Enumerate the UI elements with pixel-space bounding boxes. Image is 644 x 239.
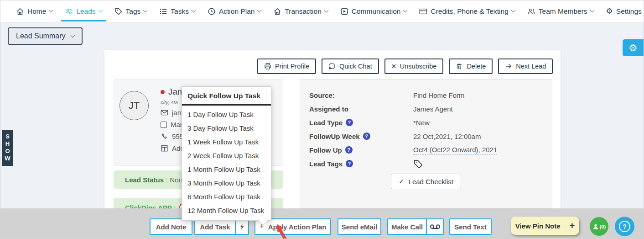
help-icon[interactable]: ?: [346, 119, 353, 126]
detail-value: *New: [413, 119, 430, 127]
nav-item-action-plan[interactable]: Action Plan: [208, 7, 261, 16]
nav-label: Home: [27, 7, 46, 16]
nav-item-home[interactable]: Home: [16, 7, 52, 16]
lead-tag-icon[interactable]: [413, 159, 423, 169]
menu-item-12-month[interactable]: 12 Month Follow Up Task: [182, 204, 271, 218]
detail-value: 22 Oct,2021, 12:00am: [413, 133, 481, 140]
lead-email-row: jam: [161, 109, 185, 117]
make-call-button[interactable]: Make Call: [388, 219, 426, 234]
menu-item-2-week[interactable]: 2 Week Follow Up Task: [182, 149, 271, 163]
add-task-button[interactable]: Add Task: [195, 219, 235, 234]
button-label: Make Call: [391, 223, 423, 231]
help-button[interactable]: ?: [615, 217, 634, 236]
nav-item-communication[interactable]: Communication: [340, 7, 407, 16]
settings-gear-button[interactable]: ⚙: [623, 39, 644, 56]
chevron-down-icon: [143, 8, 148, 13]
arrow-right-icon: [505, 63, 512, 70]
menu-item-1-week[interactable]: 1 Week Follow Up Task: [182, 135, 271, 149]
button-label: View Pin Note: [515, 222, 561, 230]
nav-item-transaction[interactable]: Transaction: [273, 7, 327, 16]
detail-label: Lead Type ?: [309, 119, 413, 127]
home-icon: [16, 7, 24, 16]
detail-row-source: Source: Find Home Form: [309, 88, 543, 102]
voicemail-button[interactable]: [427, 219, 443, 234]
nav-item-settings[interactable]: ⚙ Settings: [606, 7, 644, 16]
next-lead-button[interactable]: Next Lead: [498, 58, 553, 74]
building-icon: [273, 7, 281, 16]
menu-item-1-day[interactable]: 1 Day Follow Up Task: [182, 108, 271, 122]
make-call-button-group: Make Call: [387, 218, 444, 235]
detail-value: Find Home Form: [413, 91, 465, 99]
button-label: Add Task: [200, 223, 230, 231]
voicemail-icon: [430, 224, 441, 230]
tasks-list-icon: [159, 7, 167, 16]
button-label: Send eMail: [342, 223, 377, 231]
show-sidebar-tab[interactable]: S H O W: [2, 130, 13, 166]
menu-item-list: 1 Day Follow Up Task 3 Day Follow Up Tas…: [182, 106, 271, 220]
detail-row-follow-up: Follow Up ? Oct4 (Oct22 Onward), 2021: [309, 143, 543, 157]
detail-label: Lead Tags ?: [309, 160, 413, 168]
chevron-down-icon: [590, 8, 594, 13]
quick-follow-up-menu: Quick Follow Up Task 1 Day Follow Up Tas…: [182, 86, 271, 221]
chevron-down-icon: [511, 8, 515, 13]
unsubscribe-button[interactable]: × Unsubscribe: [384, 58, 444, 74]
button-label: Print Profile: [275, 63, 309, 70]
send-email-button[interactable]: Send eMail: [338, 218, 381, 235]
view-pin-note-button[interactable]: View Pin Note +: [511, 217, 579, 235]
nav-label: Team Members: [539, 7, 587, 16]
show-letter: S: [2, 133, 13, 140]
status-dot-icon: [161, 90, 165, 94]
marital-label: Mar: [171, 121, 182, 128]
print-profile-button[interactable]: Print Profile: [257, 58, 316, 74]
menu-item-3-month[interactable]: 3 Month Follow Up Task: [182, 176, 271, 190]
send-text-button[interactable]: Send Text: [449, 218, 492, 235]
delete-button[interactable]: Delete: [449, 58, 493, 74]
follow-up-date-link[interactable]: Oct4 (Oct22 Onward), 2021: [413, 146, 497, 154]
phone-icon: [161, 133, 168, 140]
tag-icon: [114, 7, 123, 16]
chevron-down-icon: [49, 8, 53, 13]
user-count-badge: (0): [600, 224, 606, 229]
help-icon[interactable]: ?: [345, 146, 353, 154]
lead-summary-label: Lead Summary: [16, 32, 66, 40]
bottom-action-bar: Add Note Add Task + Apply Action Plan Se…: [0, 208, 644, 239]
lead-summary-dropdown[interactable]: Lead Summary: [8, 27, 83, 45]
detail-label: FollowUp Week ?: [309, 133, 413, 140]
menu-item-6-month[interactable]: 6 Month Follow Up Task: [182, 190, 271, 204]
chat-bubble-icon: [328, 63, 336, 70]
nav-item-tasks[interactable]: Tasks: [159, 7, 195, 16]
nav-label: Leads: [76, 7, 95, 16]
menu-title: Quick Follow Up Task: [182, 87, 271, 106]
lead-checklist-button[interactable]: ✓ Lead Checklist: [391, 174, 461, 189]
avatar: JT: [119, 91, 149, 120]
plus-icon: +: [570, 221, 575, 231]
nav-item-credits-phone-texting[interactable]: Credits, Phone & Texting: [419, 7, 514, 16]
question-mark-icon: ?: [619, 221, 630, 232]
menu-item-3-day[interactable]: 3 Day Follow Up Task: [182, 122, 271, 135]
help-icon[interactable]: ?: [346, 160, 353, 167]
nav-item-leads[interactable]: Leads: [65, 7, 102, 16]
help-icon[interactable]: ?: [363, 133, 370, 140]
online-users-button[interactable]: (0): [590, 217, 608, 236]
checkbox[interactable]: [161, 122, 167, 128]
quick-task-lightning-button[interactable]: [236, 219, 248, 234]
lead-status-label: Lead Status: [125, 176, 164, 184]
lead-details-panel: Source: Find Home Form Assigned to James…: [300, 79, 552, 208]
red-annotation-arrow: [273, 223, 289, 239]
menu-item-1-month[interactable]: 1 Month Follow Up Task: [182, 163, 271, 176]
nav-item-team-members[interactable]: Team Members: [527, 7, 594, 16]
nav-label: Action Plan: [219, 7, 254, 16]
button-label: Quick Chat: [339, 63, 372, 70]
nav-item-tags[interactable]: Tags: [114, 7, 147, 16]
avatar-initials: JT: [129, 100, 140, 112]
gear-icon: ⚙: [606, 7, 613, 15]
trash-icon: [456, 63, 463, 70]
nav-label: Settings: [616, 7, 642, 16]
add-note-button[interactable]: Add Note: [150, 218, 192, 235]
detail-label: Follow Up ?: [309, 146, 413, 154]
clock-icon: [208, 7, 216, 16]
nav-label: Credits, Phone & Texting: [431, 7, 508, 16]
gear-icon: ⚙: [629, 42, 638, 53]
show-letter: H: [2, 140, 13, 148]
quick-chat-button[interactable]: Quick Chat: [322, 58, 379, 74]
